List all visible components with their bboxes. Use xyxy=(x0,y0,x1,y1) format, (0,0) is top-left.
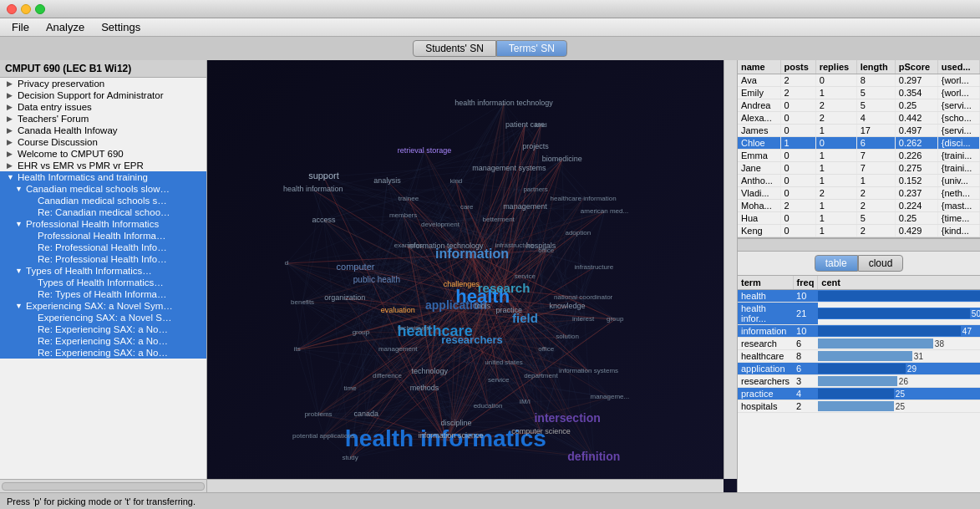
table-cell: 5 xyxy=(856,99,895,112)
terms-table-container[interactable]: termfreqcent health10 55 health infor...… xyxy=(738,276,980,492)
right-table-header-cell: name xyxy=(738,60,780,74)
terms-row[interactable]: researchers3 26 xyxy=(738,375,980,388)
terms-row[interactable]: research6 38 xyxy=(738,338,980,350)
tree-item[interactable]: ▶Decision Support for Administrator xyxy=(0,89,206,101)
tree-item[interactable]: ▼Canadian medical schools slow… xyxy=(0,183,206,195)
table-cell: 0 xyxy=(780,150,815,162)
terms-tab-cloud[interactable]: cloud xyxy=(858,255,904,272)
table-row[interactable]: Andrea0250.25{servi... xyxy=(738,99,980,112)
cent-cell: 31 xyxy=(818,350,980,363)
tree-item[interactable]: Types of Health Informatics… xyxy=(0,277,206,288)
minimize-button[interactable] xyxy=(21,4,31,14)
table-cell: 8 xyxy=(856,74,895,87)
tree-item-label: Teachers' Forum xyxy=(18,114,89,124)
svg-text:difference: difference xyxy=(373,372,403,379)
table-row[interactable]: Chloe1060.262{disci... xyxy=(738,137,980,150)
table-row[interactable]: Vladi...0220.237{neth... xyxy=(738,187,980,200)
tree-item[interactable]: ▶Data entry issues xyxy=(0,101,206,113)
terms-row[interactable]: application6 29 xyxy=(738,363,980,375)
tree-item[interactable]: ▼Types of Health Informatics… xyxy=(0,265,206,277)
tree-item-label: Re: Professional Health Info… xyxy=(38,254,167,264)
tree-item[interactable]: Re: Experiencing SAX: a No… xyxy=(0,335,206,347)
table-row[interactable]: James01170.497{servi... xyxy=(738,125,980,137)
traffic-lights xyxy=(7,4,45,14)
table-row[interactable]: Antho...0110.152{univ... xyxy=(738,175,980,187)
maximize-button[interactable] xyxy=(35,4,45,14)
table-cell: {servi... xyxy=(937,99,979,112)
svg-text:service: service xyxy=(515,272,536,280)
terms-row[interactable]: health infor...21 50 xyxy=(738,303,980,325)
table-cell: Moha... xyxy=(738,200,780,212)
tree-item[interactable]: Re: Types of Health Informa… xyxy=(0,288,206,300)
tree-item[interactable]: Re: Professional Health Info… xyxy=(0,253,206,265)
tree-item[interactable]: Re: Professional Health Info… xyxy=(0,242,206,253)
term-cell: application xyxy=(738,363,793,375)
table-row[interactable]: Emily2150.354{worl... xyxy=(738,87,980,99)
tree-item[interactable]: ▶Teachers' Forum xyxy=(0,113,206,125)
tab-terms-sn[interactable]: Terms' SN xyxy=(496,40,567,57)
tree-item[interactable]: Experiencing SAX: a Novel S… xyxy=(0,312,206,323)
table-cell: 0.429 xyxy=(895,225,937,237)
tree-item[interactable]: ▶Privacy preservation xyxy=(0,78,206,89)
table-row[interactable]: Ava2080.297{worl... xyxy=(738,74,980,87)
table-cell: {worl... xyxy=(937,87,979,99)
tree-item[interactable]: Re: Experiencing SAX: a No… xyxy=(0,323,206,335)
terms-row[interactable]: information10 47 xyxy=(738,325,980,338)
table-row[interactable]: Hua0150.25{time... xyxy=(738,212,980,225)
table-row[interactable]: Jane0170.275{traini... xyxy=(738,162,980,175)
tree-item[interactable]: Re: Canadian medical schoo… xyxy=(0,206,206,218)
table-row[interactable]: Moha...2120.224{mast... xyxy=(738,200,980,212)
menu-settings[interactable]: Settings xyxy=(94,19,147,35)
svg-text:office: office xyxy=(538,345,555,353)
tree-item[interactable]: ▼Professional Health Informatics xyxy=(0,218,206,230)
terms-row[interactable]: hospitals2 25 xyxy=(738,400,980,413)
table-cell: 0 xyxy=(780,125,815,137)
tree-item[interactable]: ▶EHR vs EMR vs PMR vr EPR xyxy=(0,160,206,171)
tree-item[interactable]: ▼Experiencing SAX: a Novel Sym… xyxy=(0,300,206,312)
tree-item[interactable]: ▼Health Informatics and training xyxy=(0,171,206,183)
table-cell: 0.224 xyxy=(895,200,937,212)
svg-text:american med...: american med... xyxy=(581,207,628,215)
table-row[interactable]: Alexa...0240.442{scho... xyxy=(738,112,980,125)
close-button[interactable] xyxy=(7,4,17,14)
svg-text:information science: information science xyxy=(419,431,484,440)
table-row[interactable]: Keng0120.429{kind... xyxy=(738,225,980,237)
tree-item-label: Data entry issues xyxy=(18,102,92,112)
tree-container[interactable]: ▶Privacy preservation▶Decision Support f… xyxy=(0,78,206,479)
menu-file[interactable]: File xyxy=(5,19,36,35)
terms-tab-table[interactable]: table xyxy=(815,255,858,272)
tree-item[interactable]: Professional Health Informa… xyxy=(0,230,206,242)
tab-students-sn[interactable]: Students' SN xyxy=(413,40,496,57)
h-scroll-track[interactable] xyxy=(2,482,205,491)
tree-item[interactable]: ▶Course Discussion xyxy=(0,136,206,148)
table-row[interactable]: Emma0170.226{traini... xyxy=(738,150,980,162)
tree-arrow-icon: ▼ xyxy=(15,185,23,193)
svg-text:its: its xyxy=(294,345,301,353)
table-cell: 1 xyxy=(815,212,856,225)
terms-row[interactable]: practice4 25 xyxy=(738,388,980,400)
tree-item[interactable]: ▶Canada Health Infoway xyxy=(0,125,206,136)
tree-item-label: Re: Experiencing SAX: a No… xyxy=(38,348,168,358)
freq-cell: 8 xyxy=(793,350,818,363)
table-cell: 2 xyxy=(780,87,815,99)
terms-row[interactable]: health10 55 xyxy=(738,290,980,303)
tree-item[interactable]: Canadian medical schools s… xyxy=(0,195,206,206)
cent-cell: 55 xyxy=(818,290,980,303)
left-panel-scrollbar[interactable] xyxy=(0,479,206,492)
table-cell: 5 xyxy=(856,87,895,99)
center-scrollbar-v[interactable] xyxy=(724,60,737,479)
svg-text:adoption: adoption xyxy=(565,229,591,237)
svg-text:potential applications: potential applications xyxy=(292,432,355,440)
term-cell: health xyxy=(738,290,793,303)
left-panel: CMPUT 690 (LEC B1 Wi12) ▶Privacy preserv… xyxy=(0,60,207,492)
tree-item[interactable]: ▶Welcome to CMPUT 690 xyxy=(0,148,206,160)
center-scrollbar-h[interactable] xyxy=(207,479,724,492)
svg-text:time: time xyxy=(344,384,358,392)
term-cell: hospitals xyxy=(738,400,793,413)
table-cell: 1 xyxy=(815,87,856,99)
svg-line-390 xyxy=(297,303,302,350)
tree-item[interactable]: Re: Experiencing SAX: a No… xyxy=(0,347,206,359)
svg-text:national coordinator: national coordinator xyxy=(554,293,613,301)
terms-row[interactable]: healthcare8 31 xyxy=(738,350,980,363)
menu-analyze[interactable]: Analyze xyxy=(39,19,91,35)
